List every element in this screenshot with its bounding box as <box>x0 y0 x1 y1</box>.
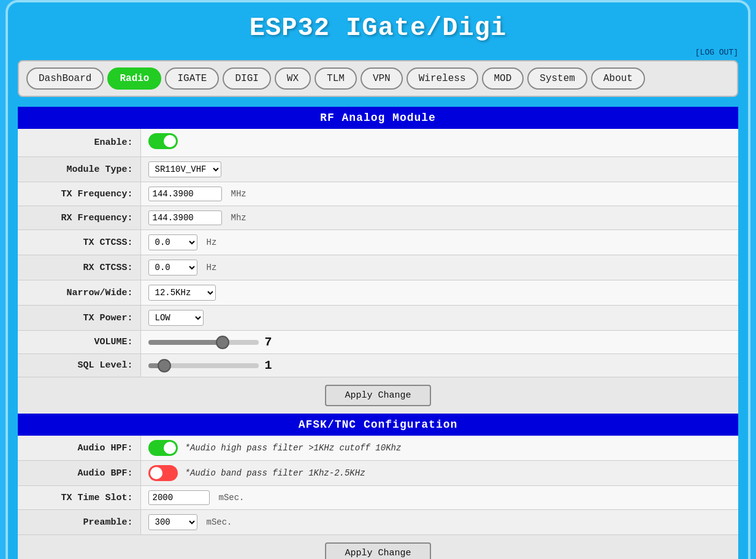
rx-freq-label: RX Frequency: <box>18 206 140 230</box>
tx-time-slot-row: TX Time Slot: mSec. <box>18 486 738 510</box>
tx-ctcss-label: TX CTCSS: <box>18 230 140 255</box>
nav-bar: DashBoardRadioIGATEDIGIWXTLMVPNWirelessM… <box>18 60 738 97</box>
enable-toggle-knob <box>164 135 176 147</box>
audio-bpf-toggle-knob <box>150 467 162 479</box>
nav-tab-radio[interactable]: Radio <box>107 67 161 90</box>
nav-tab-about[interactable]: About <box>591 67 645 90</box>
audio-bpf-label: Audio BPF: <box>18 461 140 486</box>
preamble-value-cell: 100 200 300 400 500 mSec. <box>140 510 738 535</box>
nav-tab-mod[interactable]: MOD <box>482 67 524 90</box>
afsk-config-header: AFSK/TNC Configuration <box>18 414 738 436</box>
audio-hpf-row-inner: *Audio high pass filter >1KHz cutoff 10K… <box>148 440 731 456</box>
tx-ctcss-select[interactable]: 0.0 67.0 71.9 88.5 100.0 <box>148 234 197 250</box>
tx-freq-value-cell: MHz <box>140 182 738 206</box>
logout-bar: [LOG OUT] <box>18 47 738 58</box>
volume-value: 7 <box>265 335 280 349</box>
sql-value: 1 <box>265 358 280 372</box>
nav-tab-tlm[interactable]: TLM <box>315 67 357 90</box>
rx-ctcss-unit: Hz <box>207 263 217 272</box>
preamble-unit: mSec. <box>207 517 232 527</box>
nav-tab-wx[interactable]: WX <box>275 67 311 90</box>
tx-freq-input[interactable] <box>148 187 222 201</box>
audio-hpf-toggle-knob <box>164 442 176 454</box>
preamble-row: Preamble: 100 200 300 400 500 mSec. <box>18 510 738 535</box>
volume-slider[interactable] <box>148 340 259 345</box>
tx-time-slot-input[interactable] <box>148 490 210 505</box>
audio-bpf-desc: *Audio band pass filter 1Khz-2.5KHz <box>185 468 365 478</box>
rx-freq-input[interactable] <box>148 210 222 225</box>
rx-ctcss-label: RX CTCSS: <box>18 255 140 280</box>
nav-tab-wireless[interactable]: Wireless <box>407 67 478 90</box>
sql-slider[interactable] <box>148 363 259 368</box>
sql-row: SQL Level: 1 <box>18 354 738 377</box>
audio-hpf-label: Audio HPF: <box>18 436 140 461</box>
afsk-apply-btn-row: Apply Change <box>18 535 738 559</box>
rx-freq-row: RX Frequency: Mhz <box>18 206 738 230</box>
enable-value-cell <box>140 129 738 157</box>
volume-label: VOLUME: <box>18 331 140 354</box>
tx-power-select[interactable]: LOW MED HIGH <box>148 310 204 326</box>
content-area: RF Analog Module Enable: Module Type: SR… <box>18 107 738 559</box>
audio-bpf-toggle[interactable] <box>148 465 178 481</box>
tx-time-slot-unit: mSec. <box>219 493 245 503</box>
narrow-wide-value-cell: 12.5KHz 25KHz <box>140 280 738 306</box>
sql-value-cell: 1 <box>140 354 738 377</box>
narrow-wide-row: Narrow/Wide: 12.5KHz 25KHz <box>18 280 738 306</box>
sql-slider-container: 1 <box>148 358 731 372</box>
audio-hpf-row: Audio HPF: *Audio high pass filter >1KHz… <box>18 436 738 461</box>
volume-value-cell: 7 <box>140 331 738 354</box>
tx-ctcss-value-cell: 0.0 67.0 71.9 88.5 100.0 Hz <box>140 230 738 255</box>
module-type-value-cell: SR110V_VHF SR110V_UHF SA818V SA818U <box>140 157 738 182</box>
tx-power-value-cell: LOW MED HIGH <box>140 306 738 331</box>
volume-row: VOLUME: 7 <box>18 331 738 354</box>
outer-wrapper: ESP32 IGate/Digi [LOG OUT] DashBoardRadi… <box>6 0 750 559</box>
tx-ctcss-row: TX CTCSS: 0.0 67.0 71.9 88.5 100.0 Hz <box>18 230 738 255</box>
audio-bpf-row-inner: *Audio band pass filter 1Khz-2.5KHz <box>148 465 731 481</box>
module-type-label: Module Type: <box>18 157 140 182</box>
rf-apply-btn-row: Apply Change <box>18 377 738 414</box>
tx-power-row: TX Power: LOW MED HIGH <box>18 306 738 331</box>
tx-time-slot-value-cell: mSec. <box>140 486 738 510</box>
rx-freq-value-cell: Mhz <box>140 206 738 230</box>
audio-bpf-row: Audio BPF: *Audio band pass filter 1Khz-… <box>18 461 738 486</box>
module-type-select[interactable]: SR110V_VHF SR110V_UHF SA818V SA818U <box>148 161 221 177</box>
tx-freq-unit: MHz <box>231 189 246 199</box>
nav-tab-dashboard[interactable]: DashBoard <box>26 67 104 90</box>
logout-link[interactable]: [LOG OUT] <box>695 48 738 57</box>
audio-hpf-value-cell: *Audio high pass filter >1KHz cutoff 10K… <box>140 436 738 461</box>
enable-toggle[interactable] <box>148 133 178 149</box>
audio-hpf-desc: *Audio high pass filter >1KHz cutoff 10K… <box>185 443 402 453</box>
module-type-row: Module Type: SR110V_VHF SR110V_UHF SA818… <box>18 157 738 182</box>
sql-label: SQL Level: <box>18 354 140 377</box>
nav-tab-system[interactable]: System <box>527 67 587 90</box>
nav-tab-digi[interactable]: DIGI <box>223 67 270 90</box>
rf-module-table: Enable: Module Type: SR110V_VHF SR110V_U… <box>18 129 738 377</box>
narrow-wide-label: Narrow/Wide: <box>18 280 140 306</box>
audio-bpf-value-cell: *Audio band pass filter 1Khz-2.5KHz <box>140 461 738 486</box>
rx-ctcss-value-cell: 0.0 67.0 71.9 88.5 100.0 Hz <box>140 255 738 280</box>
nav-tab-vpn[interactable]: VPN <box>361 67 403 90</box>
enable-label: Enable: <box>18 129 140 157</box>
tx-freq-label: TX Frequency: <box>18 182 140 206</box>
enable-row: Enable: <box>18 129 738 157</box>
rf-apply-button[interactable]: Apply Change <box>325 385 430 406</box>
narrow-wide-select[interactable]: 12.5KHz 25KHz <box>148 285 216 301</box>
rx-freq-unit: Mhz <box>231 213 246 223</box>
rf-module-header: RF Analog Module <box>18 107 738 129</box>
preamble-select[interactable]: 100 200 300 400 500 <box>148 514 197 530</box>
page-title: ESP32 IGate/Digi <box>250 13 506 43</box>
volume-slider-container: 7 <box>148 335 731 349</box>
audio-hpf-toggle[interactable] <box>148 440 178 456</box>
nav-tab-igate[interactable]: IGATE <box>165 67 219 90</box>
rx-ctcss-select[interactable]: 0.0 67.0 71.9 88.5 100.0 <box>148 260 197 276</box>
tx-ctcss-unit: Hz <box>207 237 217 247</box>
afsk-config-table: Audio HPF: *Audio high pass filter >1KHz… <box>18 436 738 535</box>
rx-ctcss-row: RX CTCSS: 0.0 67.0 71.9 88.5 100.0 Hz <box>18 255 738 280</box>
preamble-label: Preamble: <box>18 510 140 535</box>
tx-time-slot-label: TX Time Slot: <box>18 486 140 510</box>
tx-power-label: TX Power: <box>18 306 140 331</box>
tx-freq-row: TX Frequency: MHz <box>18 182 738 206</box>
afsk-apply-button[interactable]: Apply Change <box>325 542 430 559</box>
